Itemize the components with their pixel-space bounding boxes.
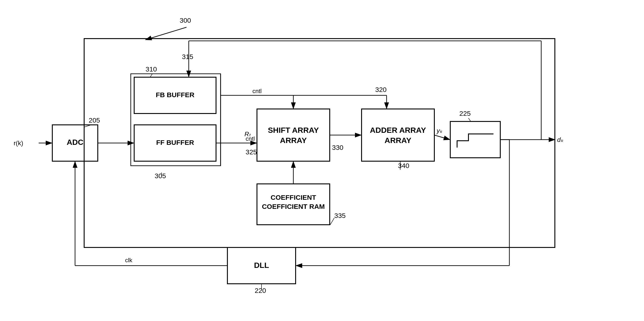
- yk-label: yₖ: [436, 127, 443, 134]
- ref-305-label: 305: [155, 172, 166, 179]
- ref-205-label: 205: [89, 117, 100, 124]
- ref-315-label: 315: [182, 53, 193, 60]
- cntl2-label: cntl: [246, 135, 255, 142]
- shift-array-label2: ARRAY: [280, 136, 307, 145]
- ref-335-label: 335: [334, 212, 346, 219]
- ref-220-label: 220: [255, 287, 266, 294]
- coeff-ram-label2: COEFFICIENT RAM: [262, 203, 325, 210]
- slicer-box: [450, 122, 500, 158]
- ref-340-label: 340: [398, 162, 409, 169]
- cntl1-label: cntl: [252, 88, 262, 94]
- ref-335-line: [330, 218, 334, 225]
- ref-225-line: [468, 118, 471, 122]
- dk-label: dₖ: [557, 136, 564, 143]
- fb-buffer-label: FB BUFFER: [156, 91, 194, 99]
- adder-array-label2: ARRAY: [384, 136, 411, 145]
- ff-buffer-label: FF BUFFER: [156, 139, 194, 146]
- clk-label: clk: [125, 257, 132, 264]
- ref-310-line: [150, 74, 152, 77]
- diagram-container: 300 ADC 205 FF BUFFER FB BUFFER 310 315 …: [0, 0, 644, 321]
- shift-array-label1: SHIFT ARRAY: [268, 126, 319, 134]
- adder-array-label1: ADDER ARRAY: [370, 126, 426, 134]
- buffer-outer-box: [131, 74, 220, 166]
- slicer-symbol: [457, 134, 494, 148]
- ref-300-label: 300: [180, 16, 191, 24]
- dll-label: DLL: [254, 261, 269, 270]
- ref-310-label: 310: [146, 65, 157, 73]
- ref-300-arrow: [146, 27, 186, 40]
- ref-330-label: 330: [332, 144, 344, 151]
- adder-to-slicer-arrow: [434, 135, 450, 140]
- circuit-diagram: 300 ADC 205 FF BUFFER FB BUFFER 310 315 …: [0, 0, 644, 321]
- adder-array-box: [362, 109, 434, 161]
- coeff-ram-label1: COEFFICIENT: [270, 194, 316, 201]
- ref-320-label: 320: [375, 86, 386, 93]
- rk-label: r(k): [14, 140, 23, 147]
- ref-225-label: 225: [459, 110, 471, 117]
- ref-325-label: 325: [246, 148, 257, 156]
- shift-array-box: [257, 109, 330, 161]
- adc-label: ADC: [67, 138, 84, 147]
